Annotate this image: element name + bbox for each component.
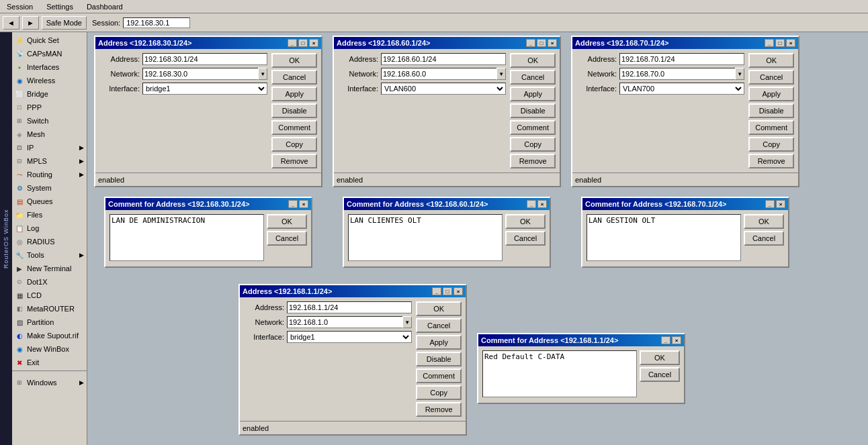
sidebar-item-files[interactable]: 📁 Files <box>12 208 87 221</box>
addr4-remove-button[interactable]: Remove <box>416 402 462 417</box>
sidebar-item-interfaces[interactable]: ▪ Interfaces <box>12 60 87 74</box>
comment3-textarea[interactable]: LAN GESTION OLT <box>587 214 741 261</box>
addr3-remove-button[interactable]: Remove <box>748 154 794 168</box>
comment2-minimize-button[interactable]: _ <box>527 200 536 208</box>
addr3-cancel-button[interactable]: Cancel <box>748 70 794 85</box>
addr3-disable-button[interactable]: Disable <box>748 103 794 118</box>
addr4-ok-button[interactable]: OK <box>416 301 462 316</box>
comment3-minimize-button[interactable]: _ <box>765 200 775 208</box>
comment-window-4-titlebar[interactable]: Comment for Address <192.168.1.1/24> _ × <box>478 334 684 346</box>
addr1-close-button[interactable]: × <box>309 39 318 47</box>
addr3-ok-button[interactable]: OK <box>748 53 794 68</box>
comment1-minimize-button[interactable]: _ <box>288 200 298 208</box>
sidebar-item-mpls[interactable]: ⊟ MPLS ▶ <box>12 154 87 168</box>
sidebar-item-radius[interactable]: ◎ RADIUS <box>12 235 87 248</box>
forward-button[interactable]: ► <box>22 16 39 30</box>
comment2-textarea[interactable]: LAN CLIENTES OLT <box>348 214 503 261</box>
sidebar-item-windows[interactable]: ⊞ Windows ▶ <box>12 376 87 389</box>
sidebar-item-tools[interactable]: 🔧 Tools ▶ <box>12 248 87 262</box>
addr1-network-arrow-button[interactable]: ▼ <box>258 68 267 80</box>
addr2-interface-select[interactable]: VLAN600 <box>381 83 506 95</box>
back-button[interactable]: ◄ <box>3 16 19 30</box>
comment-window-3-titlebar[interactable]: Comment for Address <192.168.70.1/24> _ … <box>582 198 788 210</box>
addr4-address-input[interactable] <box>287 301 412 313</box>
addr2-network-arrow-button[interactable]: ▼ <box>496 68 506 80</box>
addr3-network-input[interactable] <box>619 68 735 80</box>
comment4-minimize-button[interactable]: _ <box>661 336 670 344</box>
comment3-cancel-button[interactable]: Cancel <box>744 231 784 246</box>
addr4-cancel-button[interactable]: Cancel <box>416 318 462 333</box>
addr1-network-input[interactable] <box>142 68 258 80</box>
addr2-close-button[interactable]: × <box>548 39 557 47</box>
comment-window-1-titlebar[interactable]: Comment for Address <192.168.30.1/24> _ … <box>105 198 311 210</box>
comment4-cancel-button[interactable]: Cancel <box>640 367 680 382</box>
addr3-minimize-button[interactable]: _ <box>765 39 774 47</box>
addr1-cancel-button[interactable]: Cancel <box>271 70 317 85</box>
addr2-network-input[interactable] <box>381 68 496 80</box>
comment1-ok-button[interactable]: OK <box>267 214 307 229</box>
addr3-network-arrow-button[interactable]: ▼ <box>735 68 744 80</box>
addr2-comment-button[interactable]: Comment <box>510 120 556 135</box>
sidebar-item-log[interactable]: 📋 Log <box>12 221 87 235</box>
addr1-remove-button[interactable]: Remove <box>271 154 317 168</box>
addr3-apply-button[interactable]: Apply <box>748 87 794 101</box>
addr2-disable-button[interactable]: Disable <box>510 103 556 118</box>
sidebar-item-switch[interactable]: ⊞ Switch <box>12 114 87 128</box>
addr2-minimize-button[interactable]: _ <box>526 39 535 47</box>
sidebar-item-routing[interactable]: ⤳ Routing ▶ <box>12 168 87 181</box>
addr4-copy-button[interactable]: Copy <box>416 385 462 400</box>
sidebar-item-exit[interactable]: ✖ Exit <box>12 356 87 369</box>
address-window-4-titlebar[interactable]: Address <192.168.1.1/24> _ □ × <box>240 285 466 297</box>
addr4-interface-select[interactable]: bridge1 <box>287 331 412 343</box>
addr1-disable-button[interactable]: Disable <box>271 103 317 118</box>
sidebar-item-capsman[interactable]: 📡 CAPsMAN <box>12 47 87 60</box>
addr4-comment-button[interactable]: Comment <box>416 368 462 383</box>
sidebar-item-dot1x[interactable]: ⊙ Dot1X <box>12 275 87 289</box>
addr1-apply-button[interactable]: Apply <box>271 87 317 101</box>
addr2-remove-button[interactable]: Remove <box>510 154 556 168</box>
menu-settings[interactable]: Settings <box>42 2 77 11</box>
addr3-close-button[interactable]: × <box>786 39 795 47</box>
sidebar-item-system[interactable]: ⚙ System <box>12 181 87 195</box>
comment4-ok-button[interactable]: OK <box>640 350 680 365</box>
addr2-apply-button[interactable]: Apply <box>510 87 556 101</box>
sidebar-item-mesh[interactable]: ◈ Mesh <box>12 128 87 141</box>
comment2-close-button[interactable]: × <box>537 200 547 208</box>
addr4-maximize-button[interactable]: □ <box>443 287 452 295</box>
addr3-interface-select[interactable]: VLAN700 <box>619 83 744 95</box>
sidebar-item-lcd[interactable]: ▦ LCD <box>12 289 87 302</box>
addr2-ok-button[interactable]: OK <box>510 53 556 68</box>
addr3-maximize-button[interactable]: □ <box>775 39 785 47</box>
addr1-comment-button[interactable]: Comment <box>271 120 317 135</box>
sidebar-item-make-supout[interactable]: ◐ Make Supout.rif <box>12 329 87 342</box>
addr4-minimize-button[interactable]: _ <box>432 287 441 295</box>
addr1-minimize-button[interactable]: _ <box>288 39 297 47</box>
sidebar-item-queues[interactable]: ▤ Queues <box>12 195 87 208</box>
addr4-network-input[interactable] <box>287 316 402 328</box>
address-window-2-titlebar[interactable]: Address <192.168.60.1/24> _ □ × <box>334 37 560 49</box>
addr1-address-input[interactable] <box>142 53 267 65</box>
address-window-3-titlebar[interactable]: Address <192.168.70.1/24> _ □ × <box>572 37 798 49</box>
comment3-ok-button[interactable]: OK <box>744 214 784 229</box>
addr2-address-input[interactable] <box>381 53 506 65</box>
addr1-interface-select[interactable]: bridge1 <box>142 83 267 95</box>
address-window-1-titlebar[interactable]: Address <192.168.30.1/24> _ □ × <box>95 37 321 49</box>
addr4-close-button[interactable]: × <box>453 287 463 295</box>
addr3-comment-button[interactable]: Comment <box>748 120 794 135</box>
comment2-cancel-button[interactable]: Cancel <box>505 231 546 246</box>
addr1-maximize-button[interactable]: □ <box>298 39 308 47</box>
comment2-ok-button[interactable]: OK <box>505 214 546 229</box>
addr1-copy-button[interactable]: Copy <box>271 137 317 152</box>
addr3-copy-button[interactable]: Copy <box>748 137 794 152</box>
sidebar-item-new-terminal[interactable]: ▶ New Terminal <box>12 262 87 275</box>
sidebar-item-bridge[interactable]: ⬜ Bridge <box>12 87 87 101</box>
addr4-apply-button[interactable]: Apply <box>416 335 462 350</box>
addr2-copy-button[interactable]: Copy <box>510 137 556 152</box>
menu-dashboard[interactable]: Dashboard <box>83 2 127 11</box>
addr1-ok-button[interactable]: OK <box>271 53 317 68</box>
comment-window-2-titlebar[interactable]: Comment for Address <192.168.60.1/24> _ … <box>344 198 550 210</box>
sidebar-item-ppp[interactable]: ⊡ PPP <box>12 101 87 114</box>
addr2-cancel-button[interactable]: Cancel <box>510 70 556 85</box>
sidebar-item-meta-router[interactable]: ◧ MetaROUTER <box>12 302 87 315</box>
comment4-close-button[interactable]: × <box>672 336 681 344</box>
